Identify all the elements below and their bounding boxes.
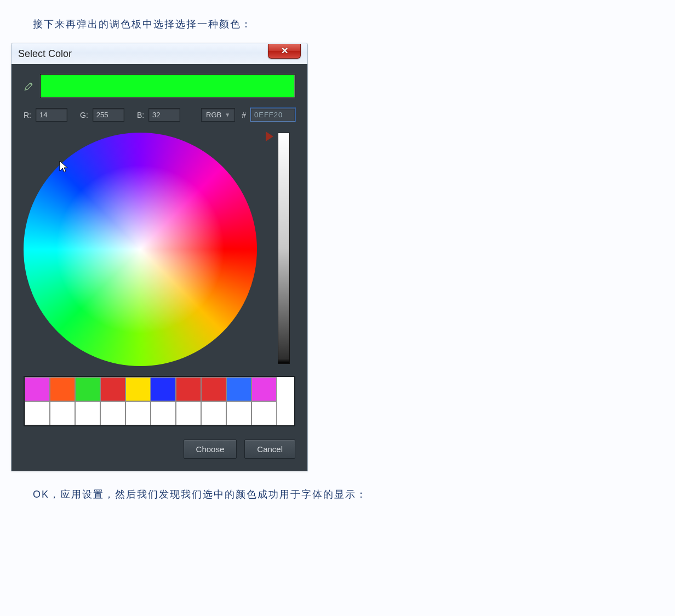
choose-button[interactable]: Choose — [184, 440, 237, 459]
close-icon: ✕ — [281, 45, 288, 56]
brightness-track[interactable] — [278, 133, 290, 364]
chevron-down-icon: ▼ — [225, 112, 230, 118]
g-label: G: — [80, 111, 88, 119]
r-label: R: — [24, 111, 31, 119]
brightness-slider[interactable] — [278, 133, 292, 366]
cancel-button[interactable]: Cancel — [244, 440, 295, 459]
swatch-cell[interactable] — [251, 377, 277, 401]
title-bar: Select Color ✕ — [12, 43, 307, 64]
cursor-icon — [59, 160, 68, 173]
swatch-cell[interactable] — [25, 401, 50, 425]
swatch-cell[interactable] — [25, 377, 50, 401]
swatch-cell[interactable] — [100, 377, 125, 401]
hash-label: # — [242, 111, 246, 119]
swatch-cell[interactable] — [151, 377, 176, 401]
swatch-cell[interactable] — [226, 401, 251, 425]
close-button[interactable]: ✕ — [268, 44, 301, 59]
g-input[interactable] — [93, 108, 124, 122]
b-label: B: — [137, 111, 144, 119]
swatch-cell[interactable] — [176, 401, 201, 425]
swatch-grid — [24, 376, 295, 426]
outro-text: OK，应用设置，然后我们发现我们选中的颜色成功用于字体的显示： — [33, 488, 642, 501]
color-preview — [40, 74, 295, 98]
slider-marker-icon — [266, 132, 273, 141]
r-input[interactable] — [36, 108, 67, 122]
swatch-cell[interactable] — [151, 401, 176, 425]
swatch-cell[interactable] — [125, 401, 151, 425]
hex-input[interactable] — [250, 108, 295, 122]
swatch-cell[interactable] — [125, 377, 151, 401]
swatch-cell[interactable] — [226, 377, 251, 401]
mode-label: RGB — [206, 111, 221, 119]
b-input[interactable] — [148, 108, 180, 122]
dialog-body: R: G: B: RGB ▼ # — [12, 64, 307, 471]
color-mode-select[interactable]: RGB ▼ — [201, 108, 235, 122]
intro-text: 接下来再弹出的调色板中选择选择一种颜色： — [33, 18, 642, 31]
color-dialog: Select Color ✕ R: G: — [11, 43, 308, 471]
swatch-cell[interactable] — [201, 377, 226, 401]
swatch-cell[interactable] — [176, 377, 201, 401]
swatch-cell[interactable] — [75, 377, 100, 401]
swatch-cell[interactable] — [50, 401, 75, 425]
color-wheel[interactable] — [24, 133, 257, 366]
swatch-cell[interactable] — [251, 401, 277, 425]
swatch-cell[interactable] — [75, 401, 100, 425]
swatch-cell[interactable] — [100, 401, 125, 425]
eyedropper-icon[interactable] — [24, 81, 35, 92]
swatch-cell[interactable] — [50, 377, 75, 401]
swatch-cell[interactable] — [201, 401, 226, 425]
dialog-title: Select Color — [18, 48, 72, 60]
